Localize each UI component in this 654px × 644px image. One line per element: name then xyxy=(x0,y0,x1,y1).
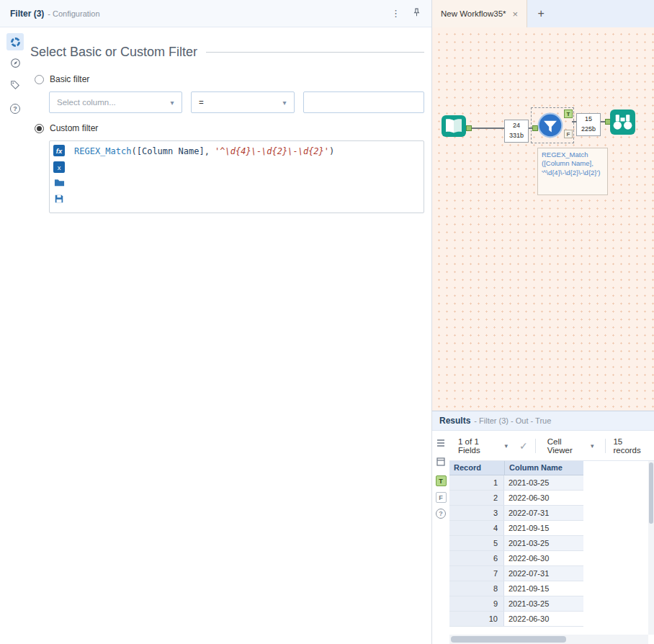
workflow-tab[interactable]: New Workflow35* × xyxy=(432,0,527,27)
record-number-cell[interactable]: 2 xyxy=(449,491,504,505)
filter-tool[interactable] xyxy=(537,112,564,142)
false-anchor-label: F xyxy=(567,131,570,138)
chevron-down-icon: ▾ xyxy=(163,99,182,107)
table-row[interactable]: 102022-06-30 xyxy=(449,612,583,627)
true-output-label: T xyxy=(439,478,443,485)
filter-annotation[interactable]: REGEX_Match ([Column Name], '^\d{4}\-\d{… xyxy=(537,148,608,195)
filter-icon xyxy=(537,112,564,139)
column-name-cell[interactable]: 2021-03-25 xyxy=(504,536,583,550)
open-expression-button[interactable] xyxy=(53,178,65,189)
annotation-tab[interactable] xyxy=(6,78,24,95)
record-number-cell[interactable]: 7 xyxy=(449,566,504,581)
expression-code[interactable]: REGEX_Match([Column Name], '^\d{4}\-\d{2… xyxy=(68,141,424,213)
workflow-canvas[interactable]: 24 331b T F 15 225b xyxy=(432,27,654,411)
results-main: 1 of 1 Fields ▾ ✓ Cell Viewer ▾ 15 recor… xyxy=(449,431,654,644)
results-help-icon[interactable]: ? xyxy=(436,509,446,519)
workflow-tab-title: New Workflow35* xyxy=(441,9,506,18)
expression-editor[interactable]: fx x xyxy=(49,140,424,213)
filter-value-input[interactable] xyxy=(303,91,424,113)
functions-button[interactable]: fx xyxy=(53,145,65,156)
custom-filter-option[interactable]: Custom filter xyxy=(35,123,424,133)
new-workflow-button[interactable]: + xyxy=(527,0,555,27)
variables-x-icon: x xyxy=(58,164,61,171)
browse-tool[interactable] xyxy=(609,109,636,138)
results-panel: Results - Filter (3) - Out - True T F xyxy=(432,411,654,644)
horizontal-scrollbar[interactable] xyxy=(449,635,648,644)
table-row[interactable]: 12021-03-25 xyxy=(449,475,583,491)
filter-false-anchor[interactable]: F xyxy=(564,130,573,138)
basic-filter-option[interactable]: Basic filter xyxy=(35,74,424,84)
column-name-cell[interactable]: 2022-06-30 xyxy=(504,491,583,505)
record-number-cell[interactable]: 1 xyxy=(449,475,504,490)
help-tab[interactable]: ? xyxy=(6,100,24,117)
vertical-scrollbar-thumb[interactable] xyxy=(649,462,653,524)
column-name-cell[interactable]: 2022-06-30 xyxy=(504,612,583,626)
column-name-cell[interactable]: 2022-07-31 xyxy=(504,566,583,581)
column-name-header[interactable]: Column Name xyxy=(504,461,583,475)
record-number-cell[interactable]: 9 xyxy=(449,596,504,611)
record-number-cell[interactable]: 4 xyxy=(449,521,504,535)
metadata-list-icon[interactable] xyxy=(436,438,446,451)
cell-viewer-dropdown[interactable]: Cell Viewer ▾ xyxy=(543,434,599,458)
column-name-cell[interactable]: 2022-07-31 xyxy=(504,506,583,520)
column-name-cell[interactable]: 2021-03-25 xyxy=(504,475,583,490)
horizontal-scrollbar-thumb[interactable] xyxy=(451,636,566,643)
table-row[interactable]: 42021-09-15 xyxy=(449,521,583,536)
table-row[interactable]: 32022-07-31 xyxy=(449,506,583,521)
cell-viewer-label: Cell Viewer xyxy=(547,437,586,455)
false-output-badge[interactable]: F xyxy=(436,492,447,503)
text-input-tool[interactable] xyxy=(441,113,467,142)
panel-menu-icon[interactable]: ⋮ xyxy=(391,8,400,19)
true-anchor-label: T xyxy=(567,111,570,117)
basic-filter-radio[interactable] xyxy=(35,75,44,84)
record-count: 15 xyxy=(580,115,597,125)
chevron-down-icon: ▾ xyxy=(505,442,509,450)
table-row[interactable]: 62022-06-30 xyxy=(449,551,583,566)
fields-dropdown[interactable]: 1 of 1 Fields ▾ xyxy=(454,434,512,458)
filter-true-anchor[interactable]: T xyxy=(564,109,573,118)
layout-panel-icon[interactable] xyxy=(436,457,446,470)
column-name-cell[interactable]: 2021-03-25 xyxy=(504,596,583,611)
configuration-body: ? Select Basic or Custom Filter Basic fi… xyxy=(0,27,431,644)
record-column-header[interactable]: Record xyxy=(449,461,504,475)
pin-icon[interactable] xyxy=(412,7,421,20)
column-name-cell[interactable]: 2021-09-15 xyxy=(504,581,583,596)
configuration-tab[interactable] xyxy=(6,33,24,50)
record-number-cell[interactable]: 8 xyxy=(449,581,504,596)
configuration-content: Select Basic or Custom Filter Basic filt… xyxy=(30,27,431,644)
column-name-cell[interactable]: 2022-06-30 xyxy=(504,551,583,565)
record-number-cell[interactable]: 5 xyxy=(449,536,504,550)
variables-button[interactable]: x xyxy=(53,161,65,173)
tool-name: Filter (3) xyxy=(10,9,44,19)
table-row[interactable]: 82021-09-15 xyxy=(449,581,583,596)
record-number-cell[interactable]: 10 xyxy=(449,612,504,626)
table-row[interactable]: 22022-06-30 xyxy=(449,491,583,506)
byte-count: 225b xyxy=(580,125,597,135)
text-input-icon xyxy=(441,113,467,139)
tag-icon xyxy=(10,80,20,93)
alteryx-designer-window: Filter (3)- Configuration ⋮ xyxy=(0,0,654,644)
expression-string-literal: '^\d{4}\-\d{2}\-\d{2}' xyxy=(215,146,329,156)
record-number-cell[interactable]: 6 xyxy=(449,551,504,565)
close-icon[interactable]: × xyxy=(513,9,519,19)
navigation-tab[interactable] xyxy=(6,55,24,73)
text-input-output-anchor[interactable] xyxy=(466,125,472,131)
operator-select[interactable]: = ▾ xyxy=(191,91,295,113)
expression-function: REGEX_Match xyxy=(74,146,131,156)
save-expression-button[interactable] xyxy=(53,194,65,206)
custom-filter-radio[interactable] xyxy=(35,124,44,133)
record-number-cell[interactable]: 3 xyxy=(449,506,504,520)
column-select[interactable]: Select column... ▾ xyxy=(49,91,182,113)
expression-separator: , xyxy=(205,146,215,156)
table-row[interactable]: 52021-03-25 xyxy=(449,536,583,551)
true-output-badge[interactable]: T xyxy=(436,475,447,486)
column-name-cell[interactable]: 2021-09-15 xyxy=(504,521,583,535)
table-row[interactable]: 72022-07-31 xyxy=(449,566,583,581)
toolbar-divider xyxy=(535,439,536,453)
expression-column-ref: [Column Name] xyxy=(137,146,205,156)
apply-checkmark-icon[interactable]: ✓ xyxy=(519,440,528,452)
configuration-panel: Filter (3)- Configuration ⋮ xyxy=(0,0,432,644)
table-row[interactable]: 92021-03-25 xyxy=(449,596,583,612)
basic-filter-label: Basic filter xyxy=(50,74,89,84)
vertical-scrollbar[interactable] xyxy=(648,461,654,635)
